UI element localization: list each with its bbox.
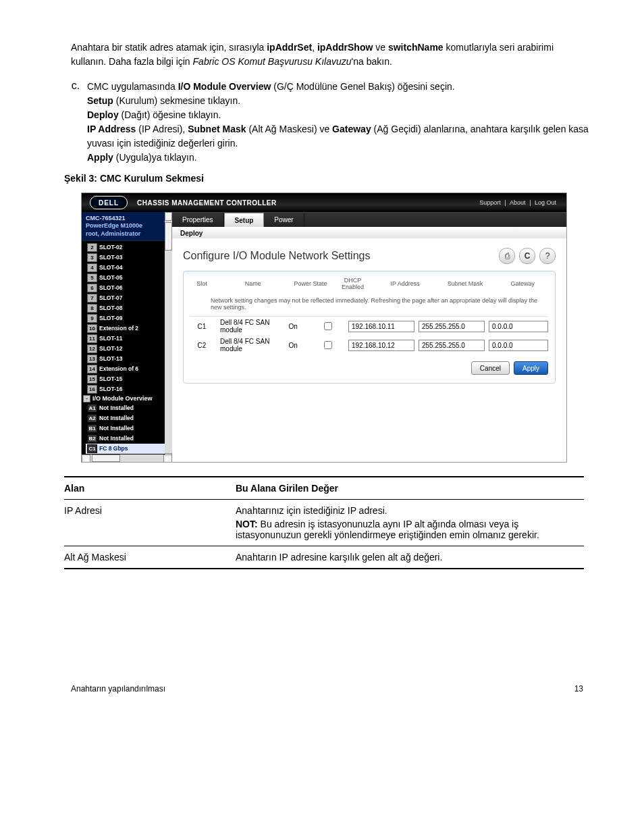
hdr-ip: IP Address xyxy=(377,280,433,287)
page-heading: Configure I/O Module Network Settings ⎙ … xyxy=(183,248,556,264)
slot-label: SLOT-05 xyxy=(99,274,122,281)
slot-13[interactable]: 13SLOT-13 xyxy=(86,354,172,364)
iom-B2[interactable]: B2Not Installed xyxy=(86,434,172,444)
table-row: C2Dell 8/4 FC SAN moduleOn xyxy=(190,336,548,355)
iom-chip: A2 xyxy=(87,414,97,423)
tab-power[interactable]: Power xyxy=(264,213,304,227)
sidebar-vscroll[interactable]: ▲ ▼ xyxy=(165,212,172,462)
cancel-button[interactable]: Cancel xyxy=(471,361,510,375)
slot-chip: 14 xyxy=(87,365,97,373)
slot-12[interactable]: 12SLOT-12 xyxy=(86,344,172,354)
slot-chip: 15 xyxy=(87,375,97,384)
slot-label: SLOT-16 xyxy=(99,386,122,392)
slot-11[interactable]: 11SLOT-11 xyxy=(86,334,172,344)
help-icon[interactable]: ? xyxy=(539,248,556,264)
sidebar-hscroll[interactable]: ◀ ▶ xyxy=(82,454,172,462)
refresh-icon[interactable]: C xyxy=(519,248,535,264)
iom-chip: B1 xyxy=(87,424,97,433)
slot-2[interactable]: 2SLOT-02 xyxy=(86,242,172,253)
scroll-thumb[interactable] xyxy=(165,222,172,251)
slot-4[interactable]: 4SLOT-04 xyxy=(86,263,172,273)
iom-label: Not Installed xyxy=(99,435,134,442)
ip-input[interactable] xyxy=(348,321,414,332)
iom-label: Not Installed xyxy=(99,425,134,432)
slot-6[interactable]: 6SLOT-06 xyxy=(86,283,172,293)
tab-properties[interactable]: Properties xyxy=(172,213,224,227)
link-logout[interactable]: Log Out xyxy=(533,199,558,206)
nav-iom-overview[interactable]: -I/O Module Overview xyxy=(82,394,172,403)
apply-button[interactable]: Apply xyxy=(514,361,548,375)
table-row: C1Dell 8/4 FC SAN moduleOn xyxy=(190,317,548,336)
list-bullet: c. xyxy=(71,80,80,165)
sb-model: PowerEdge M1000e xyxy=(86,222,142,229)
scroll-right-icon[interactable]: ▶ xyxy=(163,454,172,462)
document-page: Anahtara bir statik adres atamak için, s… xyxy=(0,0,644,727)
hdr-power: Power State xyxy=(293,280,329,287)
dhcp-checkbox[interactable] xyxy=(324,322,332,330)
slot-9[interactable]: 9SLOT-09 xyxy=(86,313,172,323)
content-pane: Configure I/O Module Network Settings ⎙ … xyxy=(172,238,566,462)
para-1: Anahtara bir statik adres atamak için, s… xyxy=(71,41,590,69)
iom-C1[interactable]: C1FC 8 Gbps xyxy=(86,444,172,454)
cell-name: Dell 8/4 FC SAN module xyxy=(217,338,275,353)
slot-16[interactable]: 16SLOT-16 xyxy=(86,384,172,394)
dhcp-checkbox[interactable] xyxy=(324,341,332,349)
hdr-name: Name xyxy=(217,280,289,287)
slot-chip: 16 xyxy=(87,385,97,394)
scroll-left-icon[interactable]: ◀ xyxy=(82,454,90,462)
link-about[interactable]: About xyxy=(508,199,528,206)
nav-tree: 2SLOT-023SLOT-034SLOT-045SLOT-056SLOT-06… xyxy=(82,241,172,462)
iom-A2[interactable]: A2Not Installed xyxy=(86,413,172,423)
slot-chip: 6 xyxy=(87,284,97,292)
print-icon[interactable]: ⎙ xyxy=(499,248,515,264)
field-hdr-right: Bu Alana Girilen Değer xyxy=(236,483,584,494)
field-row1-left: IP Adresi xyxy=(64,505,226,540)
figure-caption: Şekil 3: CMC Kurulum Sekmesi xyxy=(64,172,590,186)
sidebar-title: CMC-7654321 PowerEdge M1000e root, Admin… xyxy=(82,212,172,241)
slot-5[interactable]: 5SLOT-05 xyxy=(86,273,172,283)
slot-chip: 9 xyxy=(87,314,97,323)
slot-chip: 12 xyxy=(87,344,97,353)
tab-setup[interactable]: Setup xyxy=(224,213,265,227)
link-support[interactable]: Support xyxy=(477,199,503,206)
iom-B1[interactable]: B1Not Installed xyxy=(86,423,172,434)
slot-label: SLOT-11 xyxy=(99,335,122,342)
field-row1-right: Anahtarınız için istediğiniz IP adresi. … xyxy=(236,505,584,540)
gateway-input[interactable] xyxy=(489,340,548,351)
mask-input[interactable] xyxy=(419,340,485,351)
gateway-input[interactable] xyxy=(489,321,548,332)
page-title: Configure I/O Module Network Settings xyxy=(183,250,370,262)
hscroll-thumb[interactable] xyxy=(92,454,120,462)
mask-input[interactable] xyxy=(419,321,485,332)
iom-chip: B2 xyxy=(87,434,97,443)
iom-A1[interactable]: A1Not Installed xyxy=(86,403,172,413)
slot-chip: 11 xyxy=(87,334,97,343)
iom-label: Not Installed xyxy=(99,405,134,411)
subtab-deploy[interactable]: Deploy xyxy=(172,227,211,239)
hdr-mask: Subnet Mask xyxy=(437,280,493,287)
iom-label: Not Installed xyxy=(99,415,134,421)
slot-label: Extension of 2 xyxy=(99,325,138,332)
slot-8[interactable]: 8SLOT-08 xyxy=(86,303,172,313)
slot-14[interactable]: 14Extension of 6 xyxy=(86,364,172,374)
iom-label: FC 8 Gbps xyxy=(99,445,128,452)
slot-chip: 10 xyxy=(87,324,97,333)
cell-power: On xyxy=(279,323,307,330)
txt: Anahtara bir statik adres atamak için, s… xyxy=(71,42,554,67)
footer-text: Anahtarın yapılandırılması xyxy=(71,684,165,694)
slot-label: SLOT-02 xyxy=(99,244,122,251)
slot-15[interactable]: 15SLOT-15 xyxy=(86,374,172,384)
ip-input[interactable] xyxy=(348,340,414,351)
cmc-screenshot: DELL CHASSIS MANAGEMENT CONTROLLER Suppo… xyxy=(81,192,567,463)
slot-label: SLOT-06 xyxy=(99,284,122,291)
slot-3[interactable]: 3SLOT-03 xyxy=(86,253,172,263)
slot-7[interactable]: 7SLOT-07 xyxy=(86,293,172,303)
slot-10[interactable]: 10Extension of 2 xyxy=(86,323,172,334)
topbar-right: Support | About | Log Out xyxy=(477,199,558,206)
scroll-up-icon[interactable]: ▲ xyxy=(165,212,172,221)
iom-chip: A1 xyxy=(87,404,97,413)
cell-name: Dell 8/4 FC SAN module xyxy=(217,319,275,334)
slot-chip: 2 xyxy=(87,243,97,252)
hdr-gw: Gateway xyxy=(498,280,548,287)
iom-chip: C1 xyxy=(87,444,97,453)
